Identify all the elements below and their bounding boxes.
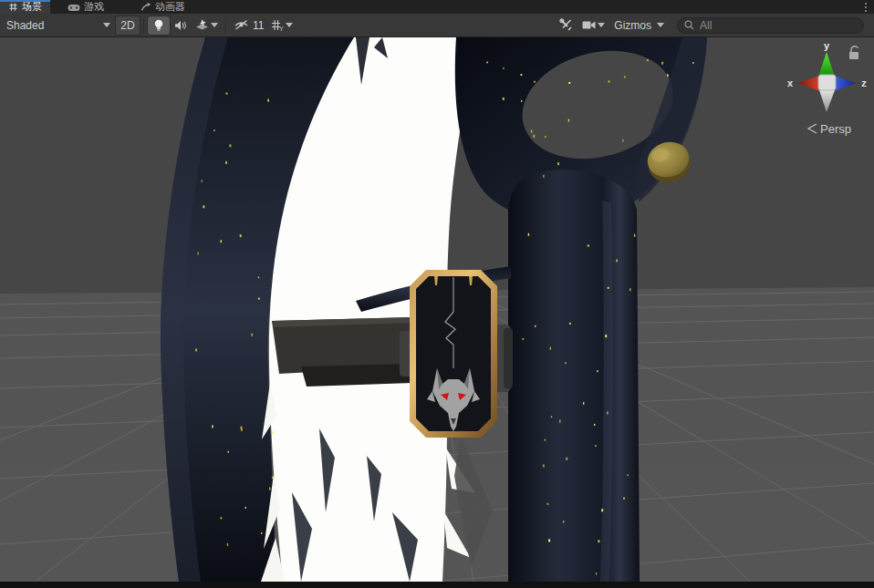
toggle-2d-button[interactable]: 2D — [116, 16, 140, 35]
shading-mode-label: Shaded — [6, 19, 44, 32]
gizmos-dropdown[interactable]: Gizmos — [609, 16, 670, 35]
axis-z-label: z — [861, 77, 867, 88]
scene-toolbar: Shaded 2D 11 Y — [0, 14, 874, 37]
scene-search-field[interactable] — [677, 17, 864, 34]
scene-viewport[interactable]: y x z Persp — [0, 37, 874, 582]
grid-axis-icon: Y — [271, 19, 284, 32]
tools-icon — [559, 18, 573, 32]
tab-bar: 场景 游戏 动画器 — [0, 0, 874, 14]
tab-game[interactable]: 游戏 — [59, 0, 112, 14]
search-icon — [684, 20, 694, 30]
hidden-eye-icon — [234, 19, 249, 31]
axis-x-label: x — [787, 77, 794, 88]
scene-camera-dropdown[interactable] — [578, 16, 609, 35]
tab-scene-label: 场景 — [22, 0, 42, 14]
svg-text:Y: Y — [279, 26, 284, 32]
scene-effects-toggle[interactable] — [192, 16, 222, 35]
wolf-pendant[interactable] — [410, 270, 497, 438]
scene-audio-toggle[interactable] — [170, 16, 192, 35]
camera-projection-label: Persp — [820, 122, 851, 136]
chevron-down-icon — [286, 23, 293, 27]
axis-y-label: y — [824, 40, 830, 51]
chevron-down-icon — [211, 23, 218, 27]
kebab-menu-icon[interactable] — [858, 0, 874, 14]
gamepad-icon — [68, 3, 80, 12]
scene-canvas[interactable]: y x z Persp — [0, 37, 874, 582]
animator-icon — [140, 2, 151, 12]
chevron-down-icon — [103, 23, 110, 27]
unity-editor-window: { "tabs": [ {"id":"scene","label":"场景","… — [0, 0, 874, 588]
scene-grid-icon — [8, 2, 18, 12]
effects-icon — [195, 19, 209, 31]
scene-visibility-toggle[interactable]: 11 — [230, 16, 267, 35]
scene-search-input[interactable] — [698, 18, 857, 33]
window-bottom-edge — [0, 582, 874, 588]
grid-visibility-dropdown[interactable]: Y — [267, 16, 297, 35]
tab-animator-label: 动画器 — [155, 0, 185, 14]
component-tools-button[interactable] — [553, 16, 578, 35]
lightbulb-icon — [153, 19, 164, 32]
camera-icon — [582, 20, 596, 30]
scene-lighting-toggle[interactable] — [148, 16, 170, 35]
tab-animator[interactable]: 动画器 — [132, 0, 193, 14]
cloak-column[interactable] — [508, 170, 640, 582]
hidden-objects-count: 11 — [253, 19, 264, 32]
gizmos-label: Gizmos — [614, 19, 651, 32]
shading-mode-dropdown[interactable]: Shaded — [5, 16, 116, 35]
speaker-icon — [174, 20, 187, 31]
tab-scene[interactable]: 场景 — [0, 0, 50, 14]
toggle-2d-label: 2D — [120, 19, 134, 32]
axis-center-cube[interactable] — [818, 75, 836, 90]
chevron-down-icon — [598, 23, 605, 27]
tab-game-label: 游戏 — [84, 0, 104, 14]
chevron-down-icon — [657, 23, 664, 27]
